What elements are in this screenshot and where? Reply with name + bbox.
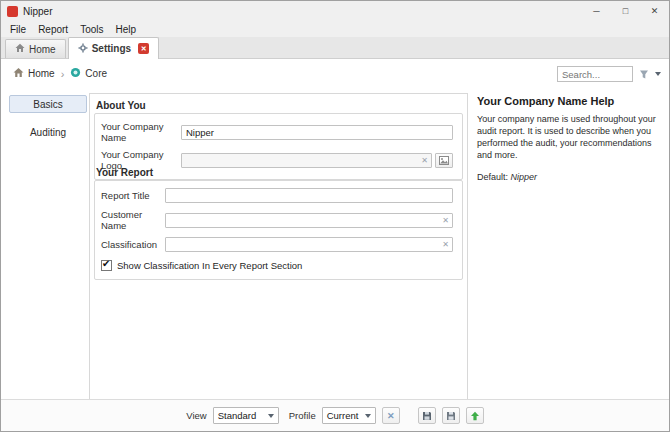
- chevron-down-icon: [655, 72, 661, 76]
- tab-home[interactable]: Home: [5, 39, 66, 58]
- search-input[interactable]: [557, 66, 633, 82]
- classification-input[interactable]: [165, 237, 453, 252]
- app-logo-icon: [7, 6, 18, 17]
- company-name-label: Your Company Name: [101, 121, 181, 143]
- menu-help[interactable]: Help: [110, 23, 143, 36]
- chevron-down-icon: [365, 414, 371, 418]
- tab-close-icon[interactable]: ✕: [138, 43, 149, 54]
- view-label: View: [186, 410, 206, 421]
- menubar: File Report Tools Help: [1, 21, 669, 37]
- company-name-input[interactable]: [181, 125, 453, 140]
- close-button[interactable]: ✕: [640, 1, 669, 21]
- save-profile-button[interactable]: [418, 407, 436, 424]
- sidebar-auditing-label: Auditing: [30, 127, 66, 138]
- image-icon: [439, 156, 449, 165]
- company-logo-row: Your Company Logo ✕: [101, 149, 453, 171]
- breadcrumb: Home › Core: [13, 67, 107, 80]
- show-classification-row: Show Classification In Every Report Sect…: [101, 260, 453, 271]
- titlebar: Nipper ─ □ ✕: [1, 1, 669, 21]
- tab-settings[interactable]: Settings ✕: [68, 37, 159, 59]
- home-icon: [15, 43, 25, 55]
- breadcrumb-core-label: Core: [85, 68, 107, 79]
- customer-name-label: Customer Name: [101, 209, 165, 231]
- funnel-icon: [639, 69, 650, 80]
- menu-tools[interactable]: Tools: [74, 23, 109, 36]
- home-icon: [13, 67, 24, 80]
- profile-select-value: Current: [327, 410, 359, 421]
- help-title: Your Company Name Help: [477, 95, 665, 107]
- tab-settings-label: Settings: [92, 43, 131, 54]
- save-as-icon: [446, 411, 456, 421]
- report-title-input[interactable]: [165, 188, 453, 203]
- maximize-button[interactable]: □: [611, 1, 640, 21]
- section-title-your-report: Your Report: [96, 167, 153, 178]
- settings-form-panel: About You Your Company Name Your Company…: [89, 93, 468, 401]
- window-controls: ─ □ ✕: [582, 1, 669, 21]
- help-body: Your company name is used throughout you…: [477, 113, 665, 162]
- help-default-label: Default:: [477, 172, 508, 182]
- browse-logo-button[interactable]: [435, 153, 453, 168]
- footer-toolbar: View Standard Profile Current ✕: [1, 399, 669, 431]
- core-icon: [70, 67, 81, 80]
- content-area: Home › Core Basics Auditing: [1, 59, 669, 431]
- delete-profile-button[interactable]: ✕: [382, 407, 400, 424]
- menu-report[interactable]: Report: [32, 23, 74, 36]
- breadcrumb-core[interactable]: Core: [70, 67, 107, 80]
- filter-button[interactable]: [639, 69, 661, 80]
- green-arrow-icon: [470, 411, 480, 421]
- breadcrumb-home-label: Home: [28, 68, 55, 79]
- settings-icon: [78, 43, 88, 55]
- report-title-label: Report Title: [101, 190, 165, 201]
- customer-name-input[interactable]: [165, 213, 453, 228]
- show-classification-label: Show Classification In Every Report Sect…: [117, 260, 302, 271]
- tabbar: Home Settings ✕: [1, 37, 669, 59]
- view-select[interactable]: Standard: [213, 407, 279, 424]
- clear-icon[interactable]: ✕: [442, 215, 449, 226]
- app-window: Nipper ─ □ ✕ File Report Tools Help Home: [0, 0, 670, 432]
- help-default: Default: Nipper: [477, 172, 665, 182]
- help-panel: Your Company Name Help Your company name…: [477, 95, 665, 182]
- clear-icon[interactable]: ✕: [421, 155, 428, 166]
- company-name-row: Your Company Name: [101, 121, 453, 143]
- minimize-button[interactable]: ─: [582, 1, 611, 21]
- section-title-about-you: About You: [96, 100, 146, 111]
- customer-name-row: Customer Name ✕: [101, 209, 453, 231]
- save-profile-as-button[interactable]: [442, 407, 460, 424]
- save-icon: [422, 411, 432, 421]
- classification-label: Classification: [101, 239, 165, 250]
- window-title: Nipper: [23, 6, 52, 17]
- report-title-row: Report Title: [101, 188, 453, 203]
- your-report-group: Report Title Customer Name ✕ Classificat…: [94, 180, 463, 280]
- classification-row: Classification ✕: [101, 237, 453, 252]
- show-classification-checkbox[interactable]: [101, 260, 112, 271]
- menu-file[interactable]: File: [4, 23, 32, 36]
- profile-select[interactable]: Current: [322, 407, 376, 424]
- breadcrumb-home[interactable]: Home: [13, 67, 55, 80]
- x-icon: ✕: [387, 411, 395, 421]
- sidebar-item-auditing[interactable]: Auditing: [9, 123, 87, 141]
- view-select-value: Standard: [218, 410, 257, 421]
- tab-home-label: Home: [29, 44, 56, 55]
- clear-icon[interactable]: ✕: [442, 239, 449, 250]
- chevron-down-icon: [268, 414, 274, 418]
- set-default-profile-button[interactable]: [466, 407, 484, 424]
- search-area: [557, 66, 661, 82]
- profile-label: Profile: [289, 410, 316, 421]
- company-logo-input[interactable]: [181, 153, 432, 168]
- help-default-value: Nipper: [511, 172, 538, 182]
- chevron-right-icon: ›: [61, 68, 65, 80]
- sidebar-basics-label: Basics: [33, 99, 62, 110]
- sidebar-item-basics[interactable]: Basics: [9, 95, 87, 113]
